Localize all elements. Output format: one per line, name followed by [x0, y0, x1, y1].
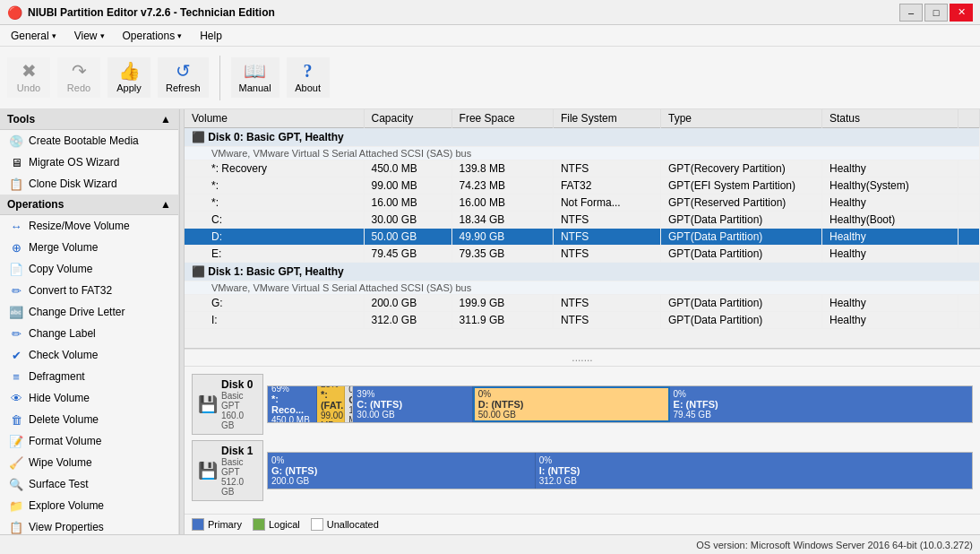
table-row[interactable]: C: 30.00 GB 18.34 GB NTFS GPT(Data Parti… — [185, 212, 980, 229]
sidebar-item-check-volume[interactable]: ✔ Check Volume — [0, 344, 178, 366]
sidebar-item-change-label[interactable]: ✏ Change Label — [0, 323, 178, 344]
window-controls: – □ ✕ — [899, 4, 973, 22]
menu-operations[interactable]: Operations ▾ — [116, 28, 190, 44]
disk-segment[interactable]: 39% C: (NTFS) 30.00 GB — [353, 386, 472, 422]
refresh-icon: ↺ — [176, 62, 191, 80]
disk-segment[interactable]: 25% *: (FAT... 99.00 MB — [317, 386, 345, 422]
manual-icon: 📖 — [244, 62, 266, 80]
collapse-icon: ▲ — [160, 198, 171, 211]
table-row[interactable]: *: Recovery 450.0 MB 139.8 MB NTFS GPT(R… — [185, 160, 980, 177]
sidebar-item-convert-fat32[interactable]: ✏ Convert to FAT32 — [0, 280, 178, 301]
disk-visualizer: 💾 Disk 0 Basic GPT 160.0 GB 69% *: Reco.… — [185, 366, 980, 514]
restore-button[interactable]: □ — [924, 4, 948, 22]
sidebar-item-wipe[interactable]: 🧹 Wipe Volume — [0, 452, 178, 473]
disk-segment[interactable]: 0% D: (NTFS) 50.00 GB — [473, 386, 670, 422]
sidebar-item-clone-disk[interactable]: 📋 Clone Disk Wizard — [0, 173, 178, 195]
legend: Primary Logical Unallocated — [185, 514, 980, 534]
menu-general[interactable]: General ▾ — [4, 28, 64, 44]
sidebar-item-copy[interactable]: 📄 Copy Volume — [0, 258, 178, 280]
sidebar-item-create-bootable[interactable]: 💿 Create Bootable Media — [0, 130, 178, 151]
primary-color-box — [192, 518, 204, 531]
minimize-button[interactable]: – — [899, 4, 923, 22]
disk-segment[interactable]: 0% G: (NTFS) 200.0 GB — [268, 453, 536, 489]
disk0-row: 💾 Disk 0 Basic GPT 160.0 GB 69% *: Reco.… — [192, 374, 973, 435]
sidebar-item-hide-volume[interactable]: 👁 Hide Volume — [0, 387, 178, 409]
undo-icon: ✖ — [21, 62, 37, 80]
sidebar-item-explore[interactable]: 📁 Explore Volume — [0, 495, 178, 516]
undo-button[interactable]: ✖ Undo — [7, 57, 50, 98]
clone-icon: 📋 — [9, 177, 23, 191]
check-icon: ✔ — [9, 348, 23, 362]
disk1-header: ⬛ Disk 1: Basic GPT, Healthy — [185, 263, 980, 281]
col-capacity: Capacity — [364, 109, 451, 128]
sidebar-item-resize-move[interactable]: ↔ Resize/Move Volume — [0, 215, 178, 237]
volumes-table: Volume Capacity Free Space File System T… — [185, 109, 980, 329]
redo-button[interactable]: ↷ Redo — [57, 57, 100, 98]
merge-icon: ⊕ — [9, 240, 23, 255]
toolbar-separator — [219, 56, 220, 100]
legend-logical: Logical — [253, 518, 300, 531]
sidebar-item-delete[interactable]: 🗑 Delete Volume — [0, 409, 178, 430]
disk-segment[interactable]: 0% GPT(Re... 16.00 MB — [345, 386, 353, 422]
col-extra — [958, 109, 979, 128]
col-type: Type — [660, 109, 821, 128]
col-filesystem: File System — [553, 109, 660, 128]
unallocated-color-box — [311, 518, 323, 531]
sidebar-item-defragment[interactable]: ≡ Defragment — [0, 366, 178, 387]
convert-icon: ✏ — [9, 283, 23, 298]
table-row[interactable]: *: 16.00 MB 16.00 MB Not Forma... GPT(Re… — [185, 195, 980, 212]
disk-segment[interactable]: 0% I: (NTFS) 312.0 GB — [536, 453, 972, 489]
collapse-icon: ▲ — [160, 113, 171, 126]
cd-icon: 💿 — [9, 134, 23, 148]
chevron-down-icon: ▾ — [177, 31, 182, 40]
close-button[interactable]: ✕ — [950, 4, 973, 22]
disk-icon: 💾 — [198, 461, 218, 480]
sidebar-item-change-letter[interactable]: 🔤 Change Drive Letter — [0, 301, 178, 323]
table-row[interactable]: I: 312.0 GB 311.9 GB NTFS GPT(Data Parti… — [185, 312, 980, 329]
apply-button[interactable]: 👍 Apply — [107, 57, 150, 98]
table-row[interactable]: G: 200.0 GB 199.9 GB NTFS GPT(Data Parti… — [185, 295, 980, 312]
disk-icon: 💾 — [198, 394, 218, 414]
format-icon: 📝 — [9, 434, 23, 448]
disk0-bus: VMware, VMware Virtual S Serial Attached… — [185, 147, 980, 160]
sidebar-item-view-properties[interactable]: 📋 View Properties — [0, 516, 178, 534]
main-area: Tools ▲ 💿 Create Bootable Media 🖥 Migrat… — [0, 109, 980, 534]
disk0-header: ⬛ Disk 0: Basic GPT, Healthy — [185, 128, 980, 147]
menu-help[interactable]: Help — [193, 28, 229, 44]
sidebar-item-merge[interactable]: ⊕ Merge Volume — [0, 237, 178, 258]
logical-color-box — [253, 518, 265, 531]
disk1-label: 💾 Disk 1 Basic GPT 512.0 GB — [192, 440, 263, 501]
operations-section-header[interactable]: Operations ▲ — [0, 195, 178, 215]
disk-segment[interactable]: 69% *: Reco... 450.0 MB — [268, 386, 317, 422]
menu-view[interactable]: View ▾ — [67, 28, 112, 44]
label-icon: ✏ — [9, 326, 23, 341]
sidebar-item-surface-test[interactable]: 🔍 Surface Test — [0, 473, 178, 495]
refresh-button[interactable]: ↺ Refresh — [158, 57, 209, 98]
hide-icon: 👁 — [9, 391, 23, 405]
sidebar-item-migrate-os[interactable]: 🖥 Migrate OS Wizard — [0, 151, 178, 173]
titlebar-title: 🔴 NIUBI Partition Editor v7.2.6 - Techni… — [7, 5, 275, 20]
manual-button[interactable]: 📖 Manual — [231, 57, 279, 98]
chevron-down-icon: ▾ — [100, 31, 105, 40]
toolbar: ✖ Undo ↷ Redo 👍 Apply ↺ Refresh 📖 Manual… — [0, 47, 980, 109]
table-row[interactable]: D: 50.00 GB 49.90 GB NTFS GPT(Data Parti… — [185, 229, 980, 246]
disk1-segments: 0% G: (NTFS) 200.0 GB 0% I: (NTFS) 312.0… — [267, 452, 973, 489]
disk-segment[interactable]: 0% E: (NTFS) 79.45 GB — [670, 386, 972, 422]
properties-icon: 📋 — [9, 520, 23, 534]
titlebar: 🔴 NIUBI Partition Editor v7.2.6 - Techni… — [0, 0, 980, 25]
app-icon: 🔴 — [7, 5, 22, 20]
about-button[interactable]: ? About — [287, 57, 330, 98]
app-title: NIUBI Partition Editor v7.2.6 - Technici… — [28, 6, 275, 19]
table-row[interactable]: E: 79.45 GB 79.35 GB NTFS GPT(Data Parti… — [185, 246, 980, 263]
menubar: General ▾ View ▾ Operations ▾ Help — [0, 25, 980, 47]
disk1-row: 💾 Disk 1 Basic GPT 512.0 GB 0% G: (NTFS)… — [192, 440, 973, 501]
tools-section-header[interactable]: Tools ▲ — [0, 109, 178, 130]
defrag-icon: ≡ — [9, 369, 23, 384]
col-volume: Volume — [185, 109, 364, 128]
sidebar-item-format[interactable]: 📝 Format Volume — [0, 430, 178, 452]
disk0-label: 💾 Disk 0 Basic GPT 160.0 GB — [192, 374, 263, 435]
sidebar: Tools ▲ 💿 Create Bootable Media 🖥 Migrat… — [0, 109, 179, 534]
statusbar-text: OS version: Microsoft Windows Server 201… — [696, 540, 973, 550]
col-free-space: Free Space — [451, 109, 553, 128]
table-row[interactable]: *: 99.00 MB 74.23 MB FAT32 GPT(EFI Syste… — [185, 177, 980, 195]
